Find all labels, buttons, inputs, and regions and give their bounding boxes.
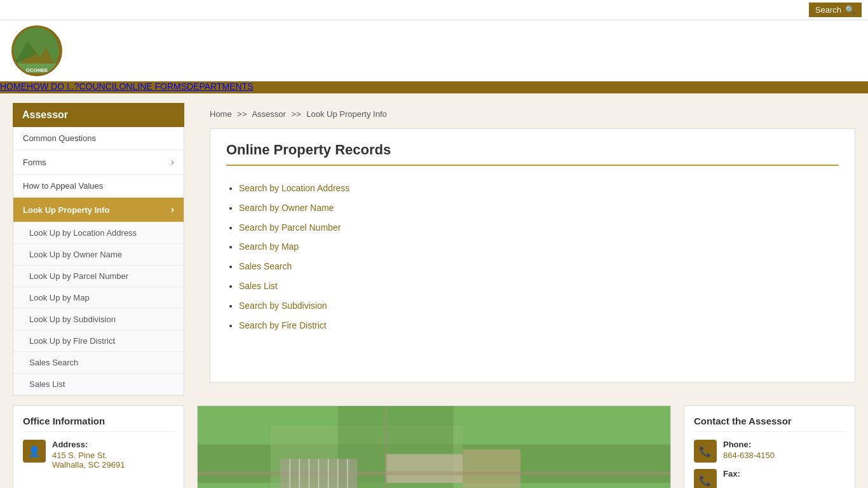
sidebar-title: Assessor bbox=[13, 103, 184, 127]
sidebar-section: Common Questions Forms › How to Appeal V… bbox=[13, 127, 184, 396]
nav-home[interactable]: HOME bbox=[0, 81, 27, 92]
sidebar-sub-lookup-owner[interactable]: Look Up by Owner Name bbox=[13, 244, 184, 266]
sidebar-sub-lookup-fire[interactable]: Look Up by Fire District bbox=[13, 330, 184, 352]
list-item-search-location: Search by Location Address bbox=[239, 179, 839, 198]
sidebar-sub-lookup-address[interactable]: Look Up by Location Address bbox=[13, 222, 184, 244]
content-area: Home >> Assessor >> Look Up Property Inf… bbox=[210, 103, 855, 396]
sidebar-item-forms[interactable]: Forms › bbox=[13, 150, 184, 175]
main-content: Online Property Records Search by Locati… bbox=[210, 128, 855, 383]
sidebar-item-common-questions[interactable]: Common Questions bbox=[13, 127, 184, 150]
svg-text:OCONEE: OCONEE bbox=[26, 67, 48, 73]
list-item-search-parcel: Search by Parcel Number bbox=[239, 218, 839, 238]
list-item-search-owner: Search by Owner Name bbox=[239, 198, 839, 218]
fax-row: 📞 Fax: bbox=[694, 469, 845, 488]
breadcrumb-current: Look Up Property Info bbox=[306, 109, 386, 119]
breadcrumb-assessor[interactable]: Assessor bbox=[252, 109, 285, 119]
fax-info: Fax: bbox=[723, 469, 740, 480]
phone-value[interactable]: 864-638-4150 bbox=[723, 451, 775, 460]
sidebar-sub-lookup-map[interactable]: Look Up by Map bbox=[13, 287, 184, 309]
sidebar-item-appeal[interactable]: How to Appeal Values bbox=[13, 175, 184, 198]
contact-card: Contact the Assessor 📞 Phone: 864-638-41… bbox=[684, 405, 855, 488]
site-header: OCONEE bbox=[0, 20, 868, 81]
address-label: Address: bbox=[52, 440, 125, 449]
link-search-map[interactable]: Search by Map bbox=[239, 241, 299, 252]
search-button[interactable]: Search 🔍 bbox=[809, 3, 862, 17]
map-svg bbox=[198, 406, 670, 488]
sidebar-sub-sales-search[interactable]: Sales Search bbox=[13, 352, 184, 374]
list-item-search-map: Search by Map bbox=[239, 237, 839, 257]
top-bar: Search 🔍 bbox=[0, 0, 868, 20]
breadcrumb-home[interactable]: Home bbox=[210, 109, 232, 119]
nav-departments[interactable]: DEPARTMENTS bbox=[187, 81, 254, 92]
logo-area: OCONEE bbox=[6, 20, 67, 81]
breadcrumb-sep2: >> bbox=[292, 109, 301, 119]
breadcrumb: Home >> Assessor >> Look Up Property Inf… bbox=[210, 103, 855, 128]
fax-label: Fax: bbox=[723, 469, 740, 478]
nav-council[interactable]: COUNCIL bbox=[79, 81, 119, 92]
link-search-parcel[interactable]: Search by Parcel Number bbox=[239, 222, 341, 233]
main-nav: HOME HOW DO I..? COUNCIL ONLINE FORMS DE… bbox=[0, 81, 868, 92]
office-info-title: Office Information bbox=[23, 416, 174, 432]
nav-how-do-i[interactable]: HOW DO I..? bbox=[27, 81, 79, 92]
search-icon: 🔍 bbox=[845, 5, 855, 15]
list-item-search-subdivision: Search by Subdivision bbox=[239, 296, 839, 316]
address-info: Address: 415 S. Pine St. Walhalla, SC 29… bbox=[52, 440, 125, 470]
sidebar: Assessor Common Questions Forms › How to… bbox=[13, 103, 184, 396]
nav-online-forms[interactable]: ONLINE FORMS bbox=[119, 81, 187, 92]
list-item-sales-list: Sales List bbox=[239, 276, 839, 296]
page-title: Online Property Records bbox=[226, 142, 839, 166]
link-search-location[interactable]: Search by Location Address bbox=[239, 183, 349, 193]
map-image bbox=[197, 405, 671, 488]
sidebar-item-lookup[interactable]: Look Up Property Info › bbox=[13, 198, 184, 222]
contact-title: Contact the Assessor bbox=[694, 416, 845, 432]
phone-label: Phone: bbox=[723, 440, 775, 449]
sidebar-sub-lookup-parcel[interactable]: Look Up by Parcel Number bbox=[13, 266, 184, 287]
link-search-owner[interactable]: Search by Owner Name bbox=[239, 203, 334, 213]
breadcrumb-sep1: >> bbox=[237, 109, 247, 119]
link-sales-list[interactable]: Sales List bbox=[239, 281, 278, 291]
phone-icon: 📞 bbox=[694, 440, 717, 463]
link-search-subdivision[interactable]: Search by Subdivision bbox=[239, 301, 327, 311]
phone-row: 📞 Phone: 864-638-4150 bbox=[694, 440, 845, 463]
address-row: 👤 Address: 415 S. Pine St. Walhalla, SC … bbox=[23, 440, 174, 470]
sidebar-sub-sales-list[interactable]: Sales List bbox=[13, 374, 184, 395]
address-line2: Walhalla, SC 29691 bbox=[52, 460, 125, 470]
page-layout: Assessor Common Questions Forms › How to… bbox=[0, 93, 868, 405]
list-item-sales-search: Sales Search bbox=[239, 257, 839, 276]
sidebar-sub-lookup-subdivision[interactable]: Look Up by Subdivision bbox=[13, 309, 184, 330]
logo-svg: OCONEE bbox=[15, 29, 59, 73]
office-info-card: Office Information 👤 Address: 415 S. Pin… bbox=[13, 405, 184, 488]
address-line1: 415 S. Pine St. bbox=[52, 451, 125, 460]
phone-info: Phone: 864-638-4150 bbox=[723, 440, 775, 460]
bottom-section: Office Information 👤 Address: 415 S. Pin… bbox=[0, 405, 868, 488]
list-item-search-fire: Search by Fire District bbox=[239, 316, 839, 336]
header-nav-wrapper: OCONEE HOME HOW DO I..? COUNCIL ONLINE F… bbox=[0, 20, 868, 93]
address-icon: 👤 bbox=[23, 440, 46, 463]
link-search-fire[interactable]: Search by Fire District bbox=[239, 320, 327, 330]
logo[interactable]: OCONEE bbox=[11, 25, 62, 76]
fax-icon: 📞 bbox=[694, 469, 717, 488]
chevron-right-icon: › bbox=[171, 156, 174, 168]
svg-rect-10 bbox=[463, 449, 520, 488]
chevron-right-icon-active: › bbox=[171, 204, 174, 215]
property-links-list: Search by Location Address Search by Own… bbox=[226, 179, 839, 335]
svg-rect-9 bbox=[386, 454, 463, 483]
link-sales-search[interactable]: Sales Search bbox=[239, 261, 292, 271]
search-label: Search bbox=[815, 5, 841, 15]
